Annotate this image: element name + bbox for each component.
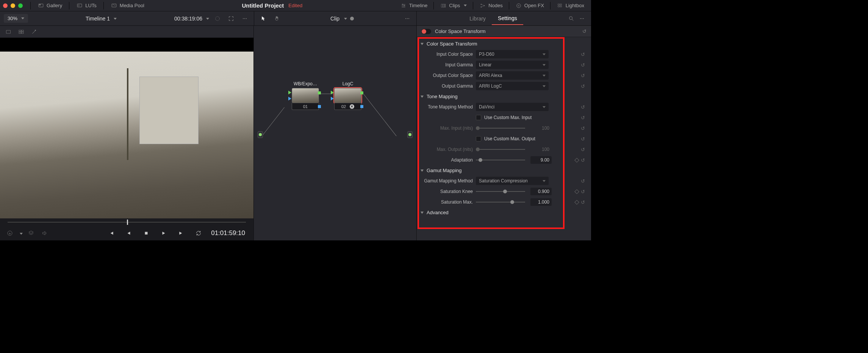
search-button[interactable] xyxy=(566,13,577,24)
stop-button[interactable] xyxy=(141,228,152,238)
output-color-space-select[interactable]: ARRI Alexa xyxy=(476,71,549,80)
play-reverse-icon xyxy=(126,231,131,236)
use-custom-max-input-check[interactable] xyxy=(476,115,481,120)
bypass-fx-button[interactable]: fx xyxy=(5,228,15,238)
section-title: Advanced xyxy=(427,210,449,215)
node-graph-pane[interactable]: WB/Expo… 01 LogC xyxy=(254,26,417,240)
input-color-space-select[interactable]: P3-D60 xyxy=(476,50,549,58)
media-pool-button[interactable]: Media Pool xyxy=(107,1,148,10)
tab-library[interactable]: Library xyxy=(463,13,492,25)
keyframe-reset-group[interactable]: ↺ xyxy=(573,189,587,195)
magic-wand-button[interactable] xyxy=(29,27,39,37)
keyframe-icon[interactable] xyxy=(574,189,579,194)
reset-button[interactable]: ↺ xyxy=(579,83,587,89)
section-gamut-mapping[interactable]: Gamut Mapping xyxy=(419,165,589,176)
minimize-window-button[interactable] xyxy=(11,3,15,8)
saturation-knee-value[interactable]: 0.900 xyxy=(530,188,552,195)
reset-button[interactable]: ↺ xyxy=(579,178,587,184)
node-output-alpha[interactable] xyxy=(360,105,363,108)
node-number-bar: 01 xyxy=(292,103,319,110)
node-input-rgb[interactable] xyxy=(331,91,334,94)
section-color-space-transform[interactable]: Color Space Transform xyxy=(419,39,589,49)
clip-mode-indicator[interactable] xyxy=(350,17,354,20)
image-wipe-button[interactable] xyxy=(212,13,223,24)
max-input-nits-value: 100 xyxy=(530,124,552,132)
reset-button[interactable]: ↺ xyxy=(579,126,587,131)
output-gamma-select[interactable]: ARRI LogC xyxy=(476,82,549,90)
adaptation-value[interactable]: 9.00 xyxy=(530,156,552,164)
node-graph-input[interactable] xyxy=(258,131,263,138)
expand-viewer-button[interactable] xyxy=(226,13,236,24)
saturation-max-value[interactable]: 1.000 xyxy=(530,198,552,206)
layers-button[interactable] xyxy=(26,228,36,238)
svg-rect-7 xyxy=(441,4,443,7)
viewer-timecode-dropdown[interactable]: 00:38:19:06 xyxy=(174,16,209,22)
max-output-nits-label: Max. Output (nits) xyxy=(421,147,473,152)
adaptation-slider[interactable] xyxy=(476,160,525,160)
saturation-max-slider[interactable] xyxy=(476,202,525,202)
use-custom-max-output-check[interactable] xyxy=(476,136,481,141)
fx-enable-toggle[interactable] xyxy=(421,29,431,34)
luts-button[interactable]: LUTs xyxy=(72,1,100,10)
loop-button[interactable] xyxy=(193,228,204,238)
node-input-alpha[interactable] xyxy=(331,97,334,100)
viewer-options-button[interactable] xyxy=(239,13,250,24)
chevron-down-icon[interactable] xyxy=(18,231,23,236)
viewer-scrubber[interactable] xyxy=(8,222,246,223)
fx-global-reset-button[interactable]: ↺ xyxy=(582,28,586,34)
node-input-rgb[interactable] xyxy=(288,91,291,94)
viewer-zoom-select[interactable]: 30% xyxy=(4,14,28,23)
mute-button[interactable] xyxy=(39,228,50,238)
keyframe-icon[interactable] xyxy=(574,200,579,205)
play-reverse-button[interactable] xyxy=(124,228,134,238)
viewer-image[interactable] xyxy=(0,52,253,218)
timeline-name-dropdown[interactable]: Timeline 1 xyxy=(31,16,171,22)
section-advanced[interactable]: Advanced xyxy=(419,207,589,218)
pan-tool-button[interactable] xyxy=(272,13,282,24)
node-output-rgb[interactable] xyxy=(360,91,363,94)
openfx-button[interactable]: fx Open FX xyxy=(511,1,548,10)
tab-settings[interactable]: Settings xyxy=(492,12,523,25)
zoom-window-button[interactable] xyxy=(18,3,23,8)
lightbox-button[interactable]: Lightbox xyxy=(553,1,588,10)
reset-button[interactable]: ↺ xyxy=(579,147,587,152)
reset-button[interactable]: ↺ xyxy=(579,62,587,68)
keyframe-reset-group[interactable]: ↺ xyxy=(573,157,587,163)
tone-mapping-method-select[interactable]: DaVinci xyxy=(476,103,549,111)
reset-button[interactable]: ↺ xyxy=(579,52,587,57)
pointer-tool-button[interactable] xyxy=(258,13,269,24)
prev-clip-button[interactable] xyxy=(106,228,117,238)
node-graph-options-button[interactable] xyxy=(402,13,413,24)
svg-point-27 xyxy=(580,18,581,19)
view-grid-button[interactable] xyxy=(16,27,27,37)
clips-button[interactable]: Clips xyxy=(436,1,471,10)
inspector-options-button[interactable] xyxy=(577,13,587,24)
play-button[interactable] xyxy=(158,228,169,238)
nodes-button[interactable]: Nodes xyxy=(475,1,507,10)
reset-button[interactable]: ↺ xyxy=(579,115,587,121)
gamut-mapping-method-select[interactable]: Saturation Compression xyxy=(476,177,549,185)
section-tone-mapping[interactable]: Tone Mapping xyxy=(419,91,589,102)
keyframe-reset-group[interactable]: ↺ xyxy=(573,199,587,205)
view-single-button[interactable] xyxy=(3,27,14,37)
svg-rect-34 xyxy=(22,32,23,33)
gallery-button[interactable]: Gallery xyxy=(34,1,66,10)
timeline-toggle-button[interactable]: Timeline xyxy=(396,1,432,10)
node-graph-output[interactable] xyxy=(407,131,413,138)
input-gamma-select[interactable]: Linear xyxy=(476,61,549,69)
node-wb-exposure[interactable]: WB/Expo… 01 xyxy=(292,81,319,110)
keyframe-icon[interactable] xyxy=(574,158,579,163)
node-logc[interactable]: LogC 02 ✕ xyxy=(334,81,361,110)
close-window-button[interactable] xyxy=(3,3,8,8)
node-output-alpha[interactable] xyxy=(318,105,321,108)
fx-icon: fx xyxy=(7,230,13,236)
node-input-alpha[interactable] xyxy=(288,97,291,100)
saturation-knee-slider[interactable] xyxy=(476,191,525,192)
reset-button[interactable]: ↺ xyxy=(579,73,587,78)
chevron-down-icon[interactable] xyxy=(343,16,347,22)
node-output-rgb[interactable] xyxy=(318,91,321,94)
playhead[interactable] xyxy=(127,220,128,225)
next-clip-button[interactable] xyxy=(176,228,186,238)
reset-button[interactable]: ↺ xyxy=(579,104,587,110)
reset-button[interactable]: ↺ xyxy=(579,136,587,142)
